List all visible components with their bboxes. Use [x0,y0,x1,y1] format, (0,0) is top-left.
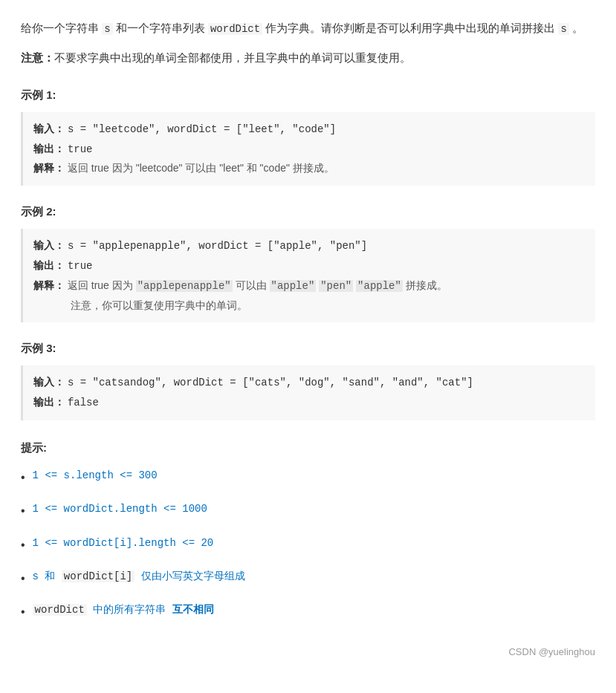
example-3-block: 输入： s = "catsandog", wordDict = ["cats",… [21,365,595,420]
example-3-title: 示例 3: [21,339,595,358]
example-3-input: 输入： s = "catsandog", wordDict = ["cats",… [33,373,585,393]
example-2-section: 示例 2: 输入： s = "applepenapple", wordDict … [21,202,595,322]
example-2-block: 输入： s = "applepenapple", wordDict = ["ap… [21,229,595,323]
tip-item-5: • wordDict 中的所有字符串 互不相同 [21,602,595,622]
example-2-explanation-line1: 返回 true 因为 "applepenapple" 可以由 "apple" "… [68,279,447,291]
note-text: 注意：不要求字典中出现的单词全部都使用，并且字典中的单词可以重复使用。 [21,48,595,68]
tip-content-1: 1 <= s.length <= 300 [33,467,158,485]
example-2-note: 注意，你可以重复使用字典中的单词。 [71,299,247,311]
tips-section: 提示: • 1 <= s.length <= 300 • 1 <= wordDi… [21,438,595,622]
intro-paragraph: 给你一个字符串 s 和一个字符串列表 wordDict 作为字典。请你判断是否可… [21,18,595,68]
example-2-input-value: s = "applepenapple", wordDict = ["apple"… [68,240,367,252]
tips-title: 提示: [21,438,595,458]
tip-item-4: • s 和 wordDict[i] 仅由小写英文字母组成 [21,568,595,588]
example-2-output-value: true [68,260,93,272]
example-1-section: 示例 1: 输入： s = "leetcode", wordDict = ["l… [21,85,595,186]
tip-content-2: 1 <= wordDict.length <= 1000 [33,501,207,518]
note-label: 注意： [21,51,54,64]
tip-content-5: wordDict 中的所有字符串 互不相同 [33,602,214,619]
example-2-explanation-label: 解释： [33,279,65,291]
intro-text: 给你一个字符串 s 和一个字符串列表 wordDict 作为字典。请你判断是否可… [21,18,595,39]
footer-text: CSDN @yuelinghou [508,646,595,657]
example-2-output: 输出： true [33,256,585,276]
example-3-output: 输出： false [33,393,585,413]
example-1-output-value: true [68,143,93,155]
example-3-output-label: 输出： [33,396,65,408]
example-1-input-value: s = "leetcode", wordDict = ["leet", "cod… [68,123,336,135]
tip-bold-unique: 互不相同 [172,604,214,616]
tip-item-2: • 1 <= wordDict.length <= 1000 [21,501,595,521]
example-2-input-label: 输入： [33,239,65,251]
example-1-input-label: 输入： [33,123,65,134]
tip-bullet-4: • [21,568,25,588]
pen-highlight: "pen" [319,280,353,292]
example-3-output-value: false [68,397,99,409]
s-code-2: s [558,23,568,35]
example-2-title: 示例 2: [21,202,595,221]
note-content: 不要求字典中出现的单词全部都使用，并且字典中的单词可以重复使用。 [54,51,411,64]
apple-highlight: "apple" [270,280,317,292]
example-3-input-label: 输入： [33,376,65,388]
example-1-output: 输出： true [33,140,585,160]
example-2-output-label: 输出： [33,259,65,271]
example-3-input-value: s = "catsandog", wordDict = ["cats", "do… [68,377,473,388]
tip-item-1: • 1 <= s.length <= 300 [21,467,595,487]
tip-content-3: 1 <= wordDict[i].length <= 20 [33,535,214,553]
tip-bullet-5: • [21,602,25,622]
tip-code-worddict: wordDict [33,604,87,616]
footer: CSDN @yuelinghou [21,644,595,660]
tip-bullet-2: • [21,501,25,521]
tip-code-worddict-i: wordDict[i] [62,570,134,582]
example-1-explanation-value: 返回 true 因为 "leetcode" 可以由 "leet" 和 "code… [68,162,334,174]
example-1-explanation: 解释： 返回 true 因为 "leetcode" 可以由 "leet" 和 "… [33,159,585,178]
tip-item-3: • 1 <= wordDict[i].length <= 20 [21,535,595,555]
apple-highlight2: "apple" [356,280,403,292]
applepenapple-highlight: "applepenapple" [136,280,233,292]
tip-bullet-1: • [21,467,25,487]
example-1-title: 示例 1: [21,85,595,105]
example-2-explanation: 解释： 返回 true 因为 "applepenapple" 可以由 "appl… [33,276,585,296]
example-3-section: 示例 3: 输入： s = "catsandog", wordDict = ["… [21,339,595,420]
example-1-output-label: 输出： [33,143,65,154]
tip-content-4: s 和 wordDict[i] 仅由小写英文字母组成 [33,568,245,586]
example-2-input: 输入： s = "applepenapple", wordDict = ["ap… [33,236,585,256]
example-1-input: 输入： s = "leetcode", wordDict = ["leet", … [33,120,585,140]
example-1-block: 输入： s = "leetcode", wordDict = ["leet", … [21,112,595,186]
worddict-code: wordDict [208,23,262,35]
tip-bullet-3: • [21,535,25,555]
example-1-explanation-label: 解释： [33,162,65,174]
example-2-explanation-line2: 注意，你可以重复使用字典中的单词。 [33,296,585,316]
s-code: s [102,23,112,35]
